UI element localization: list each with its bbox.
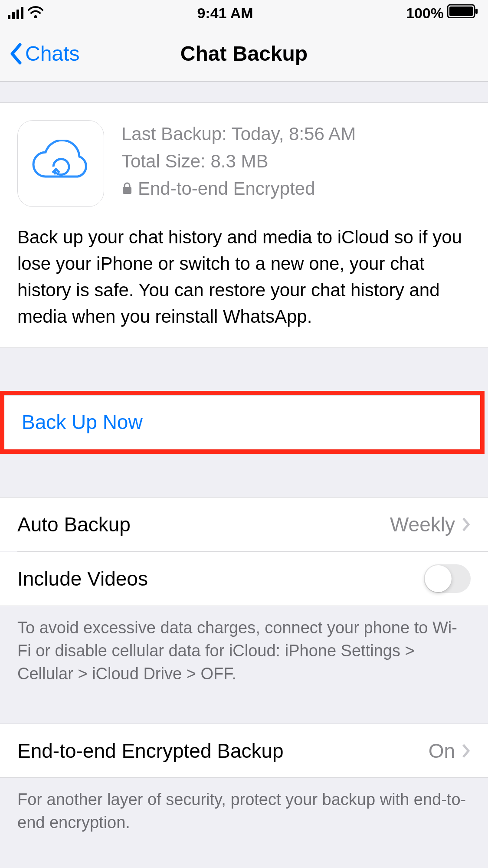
backup-now-label: Back Up Now: [22, 410, 143, 434]
chevron-left-icon: [10, 43, 23, 65]
cellular-signal-icon: [8, 7, 23, 19]
include-videos-label: Include Videos: [17, 567, 148, 590]
backup-info-card: Last Backup: Today, 8:56 AM Total Size: …: [0, 102, 488, 347]
nav-bar: Chats Chat Backup: [0, 26, 488, 82]
e2e-backup-row[interactable]: End-to-end Encrypted Backup On: [0, 724, 488, 778]
data-charge-note: To avoid excessive data charges, connect…: [0, 606, 488, 707]
back-label: Chats: [25, 42, 79, 66]
battery-icon: [447, 4, 478, 22]
include-videos-row: Include Videos: [0, 552, 488, 606]
highlight-box: Back Up Now: [0, 391, 485, 454]
auto-backup-label: Auto Backup: [17, 513, 131, 536]
encrypted-text: End-to-end Encrypted: [138, 175, 315, 202]
status-time: 9:41 AM: [44, 5, 406, 22]
include-videos-toggle[interactable]: [424, 564, 471, 593]
lock-icon: [121, 175, 133, 202]
back-button[interactable]: Chats: [10, 42, 79, 66]
svg-rect-3: [475, 9, 478, 14]
backup-now-button[interactable]: Back Up Now: [4, 395, 480, 449]
chevron-right-icon: [462, 744, 471, 758]
status-bar: 9:41 AM 100%: [0, 0, 488, 26]
last-backup-text: Last Backup: Today, 8:56 AM: [121, 120, 356, 147]
cloud-sync-icon: [17, 120, 104, 207]
auto-backup-row[interactable]: Auto Backup Weekly: [0, 497, 488, 551]
e2e-backup-value: On: [429, 739, 455, 763]
e2e-note: For another layer of security, protect y…: [0, 778, 488, 855]
svg-point-0: [34, 15, 37, 18]
backup-description: Back up your chat history and media to i…: [17, 224, 471, 330]
e2e-backup-label: End-to-end Encrypted Backup: [17, 739, 284, 763]
wifi-icon: [27, 5, 44, 22]
auto-backup-value: Weekly: [390, 513, 455, 536]
svg-rect-2: [449, 7, 473, 16]
chevron-right-icon: [462, 517, 471, 532]
battery-percent: 100%: [406, 5, 444, 22]
svg-rect-4: [123, 187, 131, 194]
total-size-text: Total Size: 8.3 MB: [121, 147, 356, 175]
